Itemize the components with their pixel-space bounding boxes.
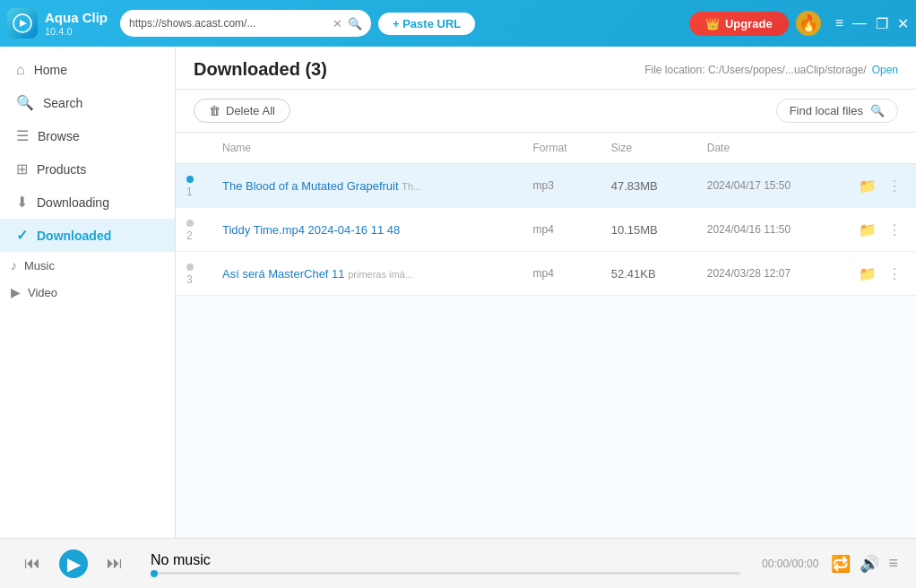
file-name-suffix: Th... — [402, 181, 421, 192]
row-actions-cell: 📁 ⋮ — [844, 208, 916, 252]
main-layout: ⌂ Home 🔍 Search ☰ Browse ⊞ Products ⬇ Do… — [0, 47, 916, 538]
url-bar[interactable]: https://shows.acast.com/... ✕ 🔍 — [120, 10, 371, 37]
dot-indicator — [186, 176, 194, 183]
file-name[interactable]: Tiddy Time.mp4 2024-04-16 11 48 — [222, 223, 400, 237]
player: ⏮ ▶ ⏭ No music 00:00/00:00 🔁 🔊 ≡ — [0, 538, 916, 588]
url-clear-icon[interactable]: ✕ — [333, 17, 342, 30]
more-options-button[interactable]: ⋮ — [884, 264, 905, 284]
sidebar-label-downloading: Downloading — [37, 195, 109, 210]
row-format: mp4 — [522, 252, 600, 296]
table-row[interactable]: 1 The Blood of a Mutated Grapefruit Th..… — [176, 164, 916, 208]
sidebar-label-music: Music — [24, 259, 55, 272]
row-number: 1 — [176, 164, 212, 208]
delete-all-button[interactable]: 🗑 Delete All — [194, 99, 290, 123]
sidebar-label-browse: Browse — [38, 129, 80, 143]
player-track: No music — [142, 552, 749, 575]
row-date: 2024/04/16 11:50 — [696, 208, 844, 252]
find-local-files-button[interactable]: Find local files 🔍 — [776, 99, 898, 123]
open-folder-button[interactable]: 📁 — [855, 176, 880, 196]
row-actions-cell: 📁 ⋮ — [844, 164, 916, 208]
search-icon: 🔍 — [16, 94, 34, 111]
app-version: 10.4.0 — [45, 26, 108, 37]
table-body: 1 The Blood of a Mutated Grapefruit Th..… — [176, 164, 916, 296]
upgrade-button[interactable]: 👑 Upgrade — [689, 12, 789, 36]
sidebar-item-products[interactable]: ⊞ Products — [0, 152, 175, 186]
file-name-suffix: primeras imá... — [348, 269, 413, 280]
sidebar-item-video[interactable]: ▶ Video — [0, 279, 175, 306]
fire-icon-btn[interactable]: 🔥 — [796, 11, 821, 36]
sidebar-label-video: Video — [28, 286, 57, 299]
sidebar-item-home[interactable]: ⌂ Home — [0, 54, 175, 86]
player-controls-right: 🔁 🔊 ≡ — [831, 554, 898, 574]
maximize-button[interactable]: ❐ — [876, 15, 888, 32]
file-location-text: File location: C:/Users/popes/...uaClip/… — [644, 64, 866, 76]
content-header: Downloaded (3) File location: C:/Users/p… — [176, 47, 916, 90]
next-button[interactable]: ⏭ — [100, 549, 129, 578]
player-track-name: No music — [151, 552, 740, 568]
menu-button[interactable]: ≡ — [835, 15, 843, 31]
row-date: 2024/03/28 12:07 — [696, 252, 844, 296]
fire-icon: 🔥 — [799, 13, 818, 33]
downloaded-icon: ✓ — [16, 227, 28, 244]
sidebar-item-browse[interactable]: ☰ Browse — [0, 119, 175, 152]
row-format: mp3 — [522, 164, 600, 208]
col-size: Size — [601, 133, 696, 164]
prev-button[interactable]: ⏮ — [18, 549, 47, 578]
table-header-row: Name Format Size Date — [176, 133, 916, 164]
more-options-button[interactable]: ⋮ — [884, 220, 905, 240]
sidebar-item-music[interactable]: ♪ Music — [0, 252, 175, 279]
row-name: The Blood of a Mutated Grapefruit Th... — [212, 164, 522, 208]
table-row[interactable]: 3 Así será MasterChef 11 primeras imá...… — [176, 252, 916, 296]
dot-indicator — [186, 220, 194, 227]
close-button[interactable]: ✕ — [897, 15, 909, 32]
upgrade-label: Upgrade — [725, 17, 773, 30]
more-options-button[interactable]: ⋮ — [884, 176, 905, 196]
url-search-icon: 🔍 — [348, 17, 362, 30]
playlist-button[interactable]: ≡ — [888, 554, 898, 573]
files-table: Name Format Size Date 1 The Blood of a M… — [176, 133, 916, 296]
row-name: Así será MasterChef 11 primeras imá... — [212, 252, 522, 296]
file-name[interactable]: Así será MasterChef 11 — [222, 267, 345, 281]
paste-url-button[interactable]: + Paste URL — [378, 13, 475, 35]
player-time: 00:00/00:00 — [762, 558, 818, 570]
music-icon: ♪ — [11, 258, 17, 272]
col-name: Name — [212, 133, 522, 164]
crown-icon: 👑 — [705, 17, 720, 30]
row-number: 2 — [176, 208, 212, 252]
col-date: Date — [696, 133, 844, 164]
repeat-button[interactable]: 🔁 — [831, 554, 851, 574]
browse-icon: ☰ — [16, 127, 29, 144]
table-row[interactable]: 2 Tiddy Time.mp4 2024-04-16 11 48 mp4 10… — [176, 208, 916, 252]
toolbar: 🗑 Delete All Find local files 🔍 — [176, 90, 916, 133]
file-name[interactable]: The Blood of a Mutated Grapefruit — [222, 179, 399, 193]
page-title: Downloaded (3) — [194, 59, 327, 80]
player-progress-bar[interactable] — [151, 572, 740, 575]
sidebar-label-search: Search — [43, 96, 82, 110]
sidebar-label-products: Products — [37, 162, 86, 177]
sidebar-item-downloaded[interactable]: ✓ Downloaded — [0, 219, 175, 252]
titlebar: Aqua Clip 10.4.0 https://shows.acast.com… — [0, 0, 916, 47]
home-icon: ⌂ — [16, 62, 25, 78]
video-icon: ▶ — [11, 285, 21, 299]
sidebar-item-search[interactable]: 🔍 Search — [0, 86, 175, 119]
player-progress-dot — [151, 570, 158, 577]
delete-all-label: Delete All — [226, 104, 275, 117]
row-format: mp4 — [522, 208, 600, 252]
trash-icon: 🗑 — [209, 104, 220, 117]
sidebar-label-downloaded: Downloaded — [37, 229, 111, 243]
col-format: Format — [522, 133, 600, 164]
row-actions-cell: 📁 ⋮ — [844, 252, 916, 296]
row-name: Tiddy Time.mp4 2024-04-16 11 48 — [212, 208, 522, 252]
app-title-block: Aqua Clip 10.4.0 — [45, 10, 108, 37]
col-actions — [844, 133, 916, 164]
open-link[interactable]: Open — [872, 64, 898, 76]
sidebar: ⌂ Home 🔍 Search ☰ Browse ⊞ Products ⬇ Do… — [0, 47, 176, 538]
volume-button[interactable]: 🔊 — [860, 554, 879, 574]
sidebar-item-downloading[interactable]: ⬇ Downloading — [0, 186, 175, 219]
open-folder-button[interactable]: 📁 — [855, 264, 880, 284]
open-folder-button[interactable]: 📁 — [855, 220, 880, 240]
play-button[interactable]: ▶ — [59, 549, 88, 578]
col-num — [176, 133, 212, 164]
minimize-button[interactable]: — — [852, 15, 867, 31]
find-local-files-label: Find local files — [790, 104, 863, 117]
